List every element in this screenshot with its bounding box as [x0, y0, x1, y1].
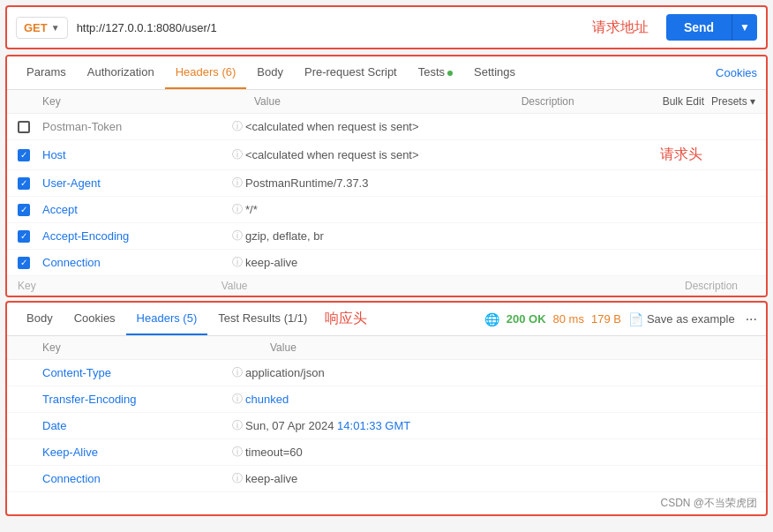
resp-row-value: application/json [245, 366, 755, 379]
response-size: 179 B [591, 312, 621, 326]
status-info: 🌐 200 OK 80 ms 179 B 📄 Save as example ·… [484, 304, 757, 334]
response-time: 80 ms [553, 312, 584, 326]
tab-headers[interactable]: Headers (6) [165, 56, 247, 89]
save-as-example-button[interactable]: 📄 Save as example [628, 312, 735, 326]
row-value: */* [245, 203, 755, 216]
resp-row-key: Keep-Alive [42, 446, 229, 459]
more-options-button[interactable]: ··· [746, 311, 757, 327]
resp-row-key: Date [42, 419, 229, 432]
resp-col-header-key: Key [42, 341, 254, 354]
extra-key-label: Key [18, 280, 36, 292]
method-select[interactable]: GET ▼ [16, 17, 68, 39]
info-icon: ⓘ [229, 229, 245, 244]
resp-row-value: keep-alive [245, 472, 755, 485]
table-row: Keep-Alive ⓘ timeout=60 [7, 439, 766, 466]
send-button[interactable]: Send [666, 14, 732, 41]
response-panel: Body Cookies Headers (5) Test Results (1… [5, 301, 768, 516]
row-key: Connection [42, 256, 229, 269]
table-row: Accept ⓘ */* [7, 197, 766, 223]
info-icon: ⓘ [229, 445, 245, 460]
row-value: <calculated when request is sent> [245, 148, 474, 161]
url-bar: GET ▼ 请求地址 Send ▼ [5, 5, 768, 49]
resp-row-value: chunked [245, 393, 755, 406]
table-row: Accept-Encoding ⓘ gzip, deflate, br [7, 223, 766, 250]
table-row: Date ⓘ Sun, 07 Apr 2024 14:01:33 GMT [7, 413, 766, 439]
tests-dot [447, 71, 453, 76]
tab-response-body[interactable]: Body [16, 303, 64, 335]
save-icon: 📄 [628, 312, 643, 326]
method-label: GET [24, 21, 48, 34]
response-table-header: Key Value [7, 336, 766, 360]
row-checkbox[interactable] [18, 204, 30, 216]
info-icon: ⓘ [229, 365, 245, 380]
request-table-header: Key Value Description Bulk Edit Presets … [7, 90, 766, 114]
tab-response-cookies[interactable]: Cookies [64, 303, 126, 335]
tab-body[interactable]: Body [246, 56, 294, 89]
send-dropdown-button[interactable]: ▼ [732, 14, 757, 41]
resp-row-key: Transfer-Encoding [42, 393, 229, 406]
row-checkbox[interactable] [18, 121, 30, 133]
row-value: gzip, deflate, br [245, 229, 755, 243]
extra-empty-row: Key Value Description [7, 276, 766, 296]
row-key: Accept [42, 203, 229, 216]
row-key: Postman-Token [42, 120, 229, 133]
col-header-description: Description [522, 95, 663, 108]
method-chevron-icon: ▼ [51, 23, 60, 33]
date-prefix: Sun, 07 Apr 2024 [245, 419, 337, 432]
tab-authorization[interactable]: Authorization [77, 56, 165, 89]
request-tabs: Params Authorization Headers (6) Body Pr… [7, 56, 766, 90]
row-checkbox[interactable] [18, 230, 30, 243]
url-input[interactable] [73, 19, 574, 36]
row-checkbox[interactable] [18, 257, 30, 269]
presets-link[interactable]: Presets ▾ [711, 95, 755, 108]
col-header-key: Key [42, 95, 254, 108]
save-example-label: Save as example [647, 312, 735, 326]
tab-params[interactable]: Params [16, 56, 77, 89]
resp-col-header-value: Value [270, 341, 755, 354]
info-icon: ⓘ [229, 202, 245, 217]
table-row: Connection ⓘ keep-alive [7, 466, 766, 492]
resp-row-value: Sun, 07 Apr 2024 14:01:33 GMT [245, 419, 755, 432]
status-code: 200 OK [507, 312, 546, 326]
request-header-label-chinese: 请求头 [474, 146, 755, 164]
resp-row-value: timeout=60 [245, 446, 755, 459]
table-row: User-Agent ⓘ PostmanRuntime/7.37.3 [7, 170, 766, 197]
request-panel: Params Authorization Headers (6) Body Pr… [5, 55, 768, 297]
row-value: PostmanRuntime/7.37.3 [245, 176, 755, 190]
col-header-actions: Bulk Edit Presets ▾ [663, 95, 755, 108]
extra-desc-label: Description [266, 280, 739, 292]
row-key: User-Agent [42, 176, 229, 190]
row-key: Accept-Encoding [42, 229, 229, 243]
globe-icon: 🌐 [484, 312, 499, 326]
row-checkbox[interactable] [18, 149, 30, 161]
resp-row-key: Connection [42, 472, 229, 485]
resp-row-key: Content-Type [42, 366, 229, 379]
tab-pre-request-script[interactable]: Pre-request Script [294, 56, 408, 89]
table-row: Host ⓘ <calculated when request is sent>… [7, 140, 766, 170]
col-header-value: Value [254, 95, 522, 108]
table-row: Postman-Token ⓘ <calculated when request… [7, 114, 766, 140]
response-label-chinese: 响应头 [325, 310, 367, 328]
url-label-chinese: 请求地址 [592, 19, 649, 37]
table-row: Content-Type ⓘ application/json [7, 360, 766, 386]
info-icon: ⓘ [229, 119, 245, 134]
watermark: CSDN @不当荣虎团 [7, 492, 766, 514]
send-btn-group: Send ▼ [666, 14, 757, 41]
table-row: Transfer-Encoding ⓘ chunked [7, 386, 766, 413]
row-key: Host [42, 148, 229, 161]
table-row: Connection ⓘ keep-alive [7, 250, 766, 276]
bulk-edit-link[interactable]: Bulk Edit [663, 95, 704, 108]
cookies-link[interactable]: Cookies [716, 57, 757, 88]
row-value: keep-alive [245, 256, 755, 269]
info-icon: ⓘ [229, 176, 245, 191]
tab-response-headers[interactable]: Headers (5) [126, 303, 208, 335]
row-checkbox[interactable] [18, 177, 30, 190]
info-icon: ⓘ [229, 255, 245, 270]
info-icon: ⓘ [229, 418, 245, 433]
info-icon: ⓘ [229, 392, 245, 407]
tab-tests[interactable]: Tests [408, 56, 463, 89]
tab-test-results[interactable]: Test Results (1/1) [207, 303, 318, 335]
tab-settings[interactable]: Settings [463, 56, 526, 89]
extra-value-label: Value [221, 280, 248, 292]
response-tabs: Body Cookies Headers (5) Test Results (1… [7, 303, 766, 336]
